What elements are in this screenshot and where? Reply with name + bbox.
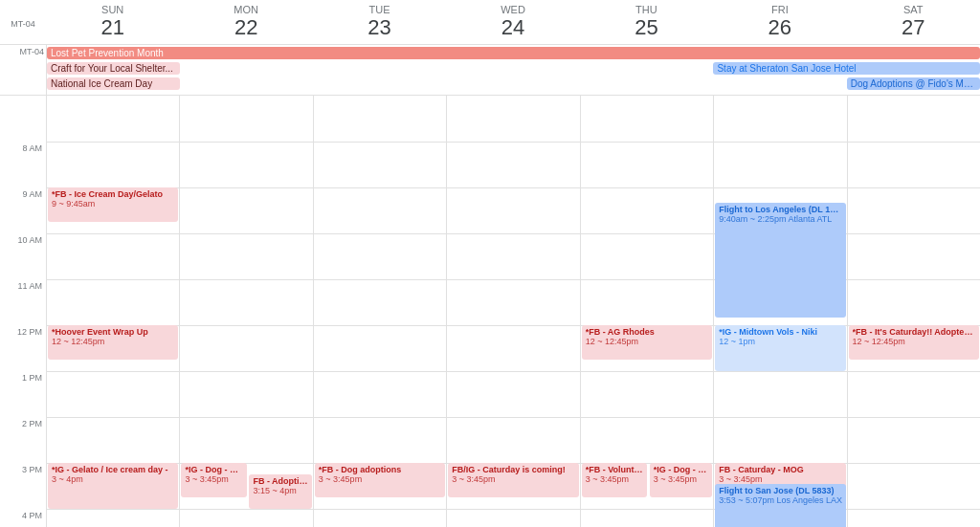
event-ig-dog-taco[interactable]: *IG - Dog - Taco adopted... 3 ~ 3:45pm bbox=[181, 463, 246, 497]
time-3pm: 3 PM bbox=[0, 463, 46, 509]
day-col-fri: Flight to Los Angeles (DL 1323) 9:40am ~… bbox=[713, 96, 846, 527]
event-fb-caturday-adopter[interactable]: *FB - It's Caturday!! Adopter T... 12 ~ … bbox=[849, 325, 979, 360]
event-ig-dog-stu[interactable]: *IG - Dog - Stu... 3 ~ 3:45pm bbox=[650, 463, 712, 497]
timezone-label-header: MT-04 bbox=[0, 4, 46, 29]
time-11am: 11 AM bbox=[0, 279, 46, 325]
day-name-sat: SAT bbox=[847, 4, 980, 15]
time-4pm: 4 PM bbox=[0, 509, 46, 527]
time-1pm: 1 PM bbox=[0, 371, 46, 417]
allday-event-label: Craft for Your Local Shelter... bbox=[51, 63, 173, 74]
timezone-header: MT-04 bbox=[0, 0, 46, 44]
allday-event-lost-pet[interactable]: Lost Pet Prevention Month bbox=[47, 47, 980, 59]
allday-event-sheraton[interactable]: Stay at Sheraton San Jose Hotel bbox=[713, 62, 980, 75]
allday-event-icecream[interactable]: National Ice Cream Day bbox=[47, 77, 180, 90]
calendar-body[interactable]: 8 AM 9 AM 10 AM 11 AM 12 PM 1 PM 2 PM 3 … bbox=[0, 96, 980, 527]
time-10am: 10 AM bbox=[0, 233, 46, 279]
day-num-thu: 25 bbox=[580, 15, 713, 40]
event-ig-midtown[interactable]: *IG - Midtown Vols - Niki 12 ~ 1pm bbox=[715, 325, 845, 371]
day-header-sun: SUN 21 bbox=[46, 0, 179, 44]
time-12pm: 12 PM bbox=[0, 325, 46, 371]
timezone-label: MT-04 bbox=[0, 45, 46, 95]
time-2pm: 2 PM bbox=[0, 417, 46, 463]
days-grid: *FB - Ice Cream Day/Gelato 9 ~ 9:45am *H… bbox=[46, 96, 980, 527]
header-row: MT-04 SUN 21 MON 22 TUE 23 WED 24 THU 25… bbox=[0, 0, 980, 45]
day-name-tue: TUE bbox=[313, 4, 446, 15]
day-col-sat: *FB - It's Caturday!! Adopter T... 12 ~ … bbox=[847, 96, 980, 527]
allday-section: MT-04 Lost Pet Prevention Month Craft fo… bbox=[0, 45, 980, 96]
allday-event-label: Lost Pet Prevention Month bbox=[51, 48, 164, 58]
day-header-thu: THU 25 bbox=[580, 0, 713, 44]
day-name-thu: THU bbox=[580, 4, 713, 15]
day-name-wed: WED bbox=[446, 4, 579, 15]
event-hoover-wrap[interactable]: *Hoover Event Wrap Up 12 ~ 12:45pm bbox=[48, 325, 178, 360]
day-name-sun: SUN bbox=[46, 4, 179, 15]
day-header-mon: MON 22 bbox=[179, 0, 312, 44]
event-fb-icecream[interactable]: *FB - Ice Cream Day/Gelato 9 ~ 9:45am bbox=[48, 187, 178, 222]
allday-event-label: Dog Adoptions @ Fido's Mar... bbox=[851, 78, 980, 89]
event-fb-ag-rhodes[interactable]: *FB - AG Rhodes 12 ~ 12:45pm bbox=[582, 325, 712, 360]
time-9am: 9 AM bbox=[0, 187, 46, 233]
allday-event-craft[interactable]: Craft for Your Local Shelter... bbox=[47, 62, 180, 75]
day-num-sat: 27 bbox=[847, 15, 980, 40]
time-column: 8 AM 9 AM 10 AM 11 AM 12 PM 1 PM 2 PM 3 … bbox=[0, 96, 46, 527]
event-flight-la[interactable]: Flight to Los Angeles (DL 1323) 9:40am ~… bbox=[715, 203, 845, 318]
allday-event-label: Stay at Sheraton San Jose Hotel bbox=[717, 63, 856, 74]
allday-event-label: National Ice Cream Day bbox=[51, 78, 152, 89]
day-header-sat: SAT 27 bbox=[847, 0, 980, 44]
event-fb-dog-adoptions[interactable]: *FB - Dog adoptions 3 ~ 3:45pm bbox=[315, 463, 445, 497]
calendar: MT-04 SUN 21 MON 22 TUE 23 WED 24 THU 25… bbox=[0, 0, 980, 527]
day-header-wed: WED 24 bbox=[446, 0, 579, 44]
allday-event-dog-adoptions[interactable]: Dog Adoptions @ Fido's Mar... bbox=[847, 77, 980, 90]
day-num-mon: 22 bbox=[179, 15, 312, 40]
day-col-thu: *FB - AG Rhodes 12 ~ 12:45pm *FB - Volun… bbox=[580, 96, 713, 527]
allday-events-area: Lost Pet Prevention Month Craft for Your… bbox=[46, 45, 980, 95]
day-col-wed: FB/IG - Caturday is coming! 3 ~ 3:45pm *… bbox=[446, 96, 579, 527]
day-header-fri: FRI 26 bbox=[713, 0, 846, 44]
day-num-fri: 26 bbox=[713, 15, 846, 40]
day-name-fri: FRI bbox=[713, 4, 846, 15]
event-fbig-caturday[interactable]: FB/IG - Caturday is coming! 3 ~ 3:45pm bbox=[448, 463, 578, 497]
day-header-tue: TUE 23 bbox=[313, 0, 446, 44]
day-col-sun: *FB - Ice Cream Day/Gelato 9 ~ 9:45am *H… bbox=[46, 96, 179, 527]
day-col-mon: *IG - Dog - Taco adopted... 3 ~ 3:45pm F… bbox=[179, 96, 312, 527]
event-fb-adoption[interactable]: FB - Adoption 3:15 ~ 4pm bbox=[249, 474, 311, 509]
event-fb-volunte[interactable]: *FB - Volunte... 3 ~ 3:45pm bbox=[582, 463, 647, 497]
day-name-mon: MON bbox=[179, 4, 312, 15]
day-col-tue: *FB - Dog adoptions 3 ~ 3:45pm *IG - cat… bbox=[313, 96, 446, 527]
event-flight-sj[interactable]: Flight to San Jose (DL 5833) 3:53 ~ 5:07… bbox=[715, 484, 845, 527]
day-num-wed: 24 bbox=[446, 15, 579, 40]
event-ig-gelato[interactable]: *IG - Gelato / Ice cream day - 3 ~ 4pm bbox=[48, 463, 178, 509]
day-num-tue: 23 bbox=[313, 15, 446, 40]
day-num-sun: 21 bbox=[46, 15, 179, 40]
time-8am: 8 AM bbox=[0, 142, 46, 187]
